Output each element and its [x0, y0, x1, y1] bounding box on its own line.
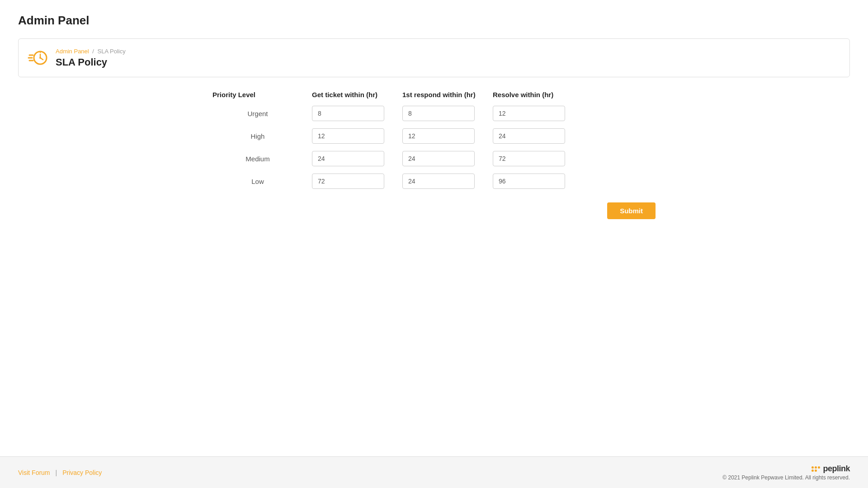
footer-links: Visit Forum | Privacy Policy [18, 469, 102, 476]
resolve-input[interactable] [493, 174, 565, 189]
footer-copyright: © 2021 Peplink Pepwave Limited. All righ… [722, 474, 850, 481]
peplink-logo: peplink [811, 464, 850, 474]
breadcrumb-nav: Admin Panel / SLA Policy [56, 48, 126, 55]
resolve-input[interactable] [493, 106, 565, 121]
first-respond-input[interactable] [402, 128, 475, 144]
table-row: High [185, 128, 683, 144]
priority-label: Medium [212, 155, 312, 163]
get-ticket-input[interactable] [312, 151, 384, 166]
footer-right: peplink © 2021 Peplink Pepwave Limited. … [722, 464, 850, 481]
get-ticket-input[interactable] [312, 174, 384, 189]
resolve-cell [493, 128, 583, 144]
page-title: Admin Panel [18, 14, 850, 28]
resolve-cell [493, 106, 583, 121]
priority-label: Urgent [212, 110, 312, 117]
card-section-title: SLA Policy [56, 56, 126, 68]
resolve-input[interactable] [493, 151, 565, 166]
first-respond-cell [402, 174, 493, 189]
submit-row: Submit [185, 202, 683, 219]
breadcrumb-current: SLA Policy [98, 48, 126, 55]
header-resolve: Resolve within (hr) [493, 91, 583, 99]
table-row: Low [185, 174, 683, 189]
sla-icon [28, 47, 49, 69]
breadcrumb-separator: / [92, 48, 94, 55]
priority-label: High [212, 132, 312, 140]
breadcrumb-parent-link[interactable]: Admin Panel [56, 48, 89, 55]
privacy-policy-link[interactable]: Privacy Policy [62, 469, 102, 476]
first-respond-input[interactable] [402, 151, 475, 166]
table-header-row: Priority Level Get ticket within (hr) 1s… [185, 91, 683, 99]
sla-table: Priority Level Get ticket within (hr) 1s… [185, 91, 683, 219]
breadcrumb-card: Admin Panel / SLA Policy SLA Policy [18, 38, 850, 77]
get-ticket-input[interactable] [312, 106, 384, 121]
first-respond-cell [402, 106, 493, 121]
first-respond-cell [402, 128, 493, 144]
table-row: Urgent [185, 106, 683, 121]
breadcrumb-text-area: Admin Panel / SLA Policy SLA Policy [56, 48, 126, 68]
get-ticket-cell [312, 128, 402, 144]
first-respond-input[interactable] [402, 174, 475, 189]
resolve-input[interactable] [493, 128, 565, 144]
first-respond-cell [402, 151, 493, 166]
get-ticket-cell [312, 106, 402, 121]
header-priority: Priority Level [212, 91, 312, 99]
table-body: Urgent High Medium [185, 106, 683, 189]
resolve-cell [493, 151, 583, 166]
submit-button[interactable]: Submit [607, 202, 656, 219]
resolve-cell [493, 174, 583, 189]
priority-label: Low [212, 178, 312, 185]
header-first-respond: 1st respond within (hr) [402, 91, 493, 99]
visit-forum-link[interactable]: Visit Forum [18, 469, 50, 476]
get-ticket-input[interactable] [312, 128, 384, 144]
footer-separator: | [56, 469, 57, 476]
svg-point-6 [39, 57, 41, 59]
header-get-ticket: Get ticket within (hr) [312, 91, 402, 99]
footer: Visit Forum | Privacy Policy peplink © 2… [0, 456, 868, 488]
first-respond-input[interactable] [402, 106, 475, 121]
get-ticket-cell [312, 151, 402, 166]
table-row: Medium [185, 151, 683, 166]
get-ticket-cell [312, 174, 402, 189]
